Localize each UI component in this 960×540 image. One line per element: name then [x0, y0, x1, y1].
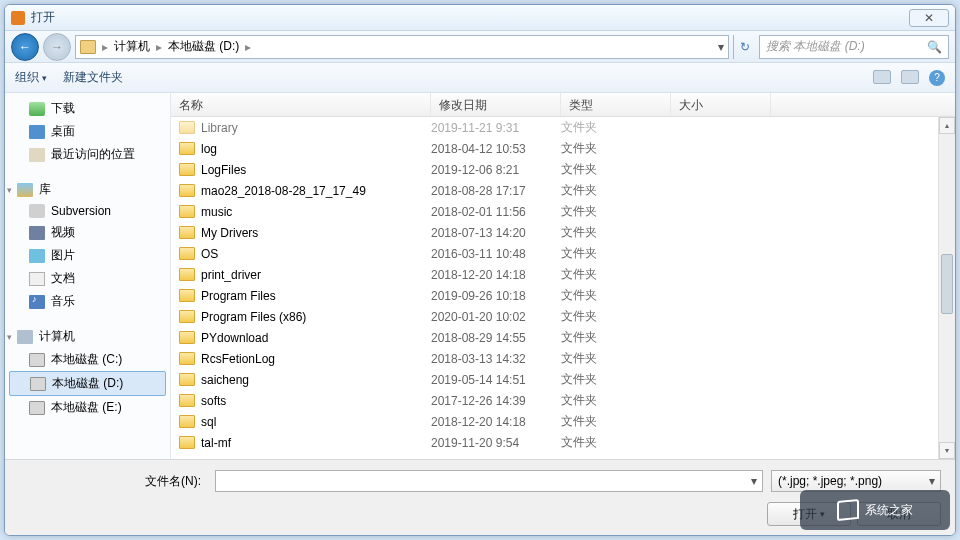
drive-icon — [30, 377, 46, 391]
breadcrumb[interactable]: ▸ 计算机 ▸ 本地磁盘 (D:) ▸ ▾ — [75, 35, 729, 59]
folder-icon — [179, 415, 195, 428]
file-row[interactable]: softs2017-12-26 14:39文件夹 — [171, 390, 955, 411]
view-options-button[interactable] — [873, 70, 891, 84]
help-icon[interactable]: ? — [929, 70, 945, 86]
command-toolbar: 组织▾ 新建文件夹 ? — [5, 63, 955, 93]
column-type[interactable]: 类型 — [561, 93, 671, 116]
file-type: 文件夹 — [561, 182, 671, 199]
file-date: 2016-03-11 10:48 — [431, 247, 561, 261]
file-row[interactable]: tal-mf2019-11-20 9:54文件夹 — [171, 432, 955, 453]
file-filter-select[interactable]: (*.jpg; *.jpeg; *.png) — [771, 470, 941, 492]
sidebar-item-music[interactable]: 音乐 — [5, 290, 170, 313]
file-row[interactable]: LogFiles2019-12-06 8:21文件夹 — [171, 159, 955, 180]
sidebar-item-desktop[interactable]: 桌面 — [5, 120, 170, 143]
file-name: LogFiles — [201, 163, 246, 177]
library-icon — [17, 183, 33, 197]
chevron-right-icon[interactable]: ▸ — [152, 40, 166, 54]
search-input[interactable]: 搜索 本地磁盘 (D:) 🔍 — [759, 35, 949, 59]
collapse-icon[interactable]: ▾ — [7, 185, 16, 195]
sidebar-item-drive[interactable]: 本地磁盘 (E:) — [5, 396, 170, 419]
file-rows: Library2019-11-21 9:31文件夹log2018-04-12 1… — [171, 117, 955, 459]
file-row[interactable]: PYdownload2018-08-29 14:55文件夹 — [171, 327, 955, 348]
scroll-down-button[interactable]: ▾ — [939, 442, 955, 459]
filename-label: 文件名(N): — [19, 473, 207, 490]
sidebar-group-computer[interactable]: ▾ 计算机 — [5, 325, 170, 348]
file-row[interactable]: print_driver2018-12-20 14:18文件夹 — [171, 264, 955, 285]
search-icon[interactable]: 🔍 — [927, 40, 942, 54]
sidebar-item-label: 图片 — [51, 247, 75, 264]
file-name: tal-mf — [201, 436, 231, 450]
scroll-up-button[interactable]: ▴ — [939, 117, 955, 134]
sidebar-item-doc[interactable]: 文档 — [5, 267, 170, 290]
sidebar-item-drive[interactable]: 本地磁盘 (C:) — [5, 348, 170, 371]
folder-icon — [179, 226, 195, 239]
chevron-down-icon: ▾ — [42, 73, 47, 83]
file-row[interactable]: Program Files2019-09-26 10:18文件夹 — [171, 285, 955, 306]
file-name: print_driver — [201, 268, 261, 282]
column-date[interactable]: 修改日期 — [431, 93, 561, 116]
file-row[interactable]: music2018-02-01 11:56文件夹 — [171, 201, 955, 222]
dropdown-chevron-icon[interactable]: ▾ — [718, 40, 724, 54]
folder-icon — [179, 331, 195, 344]
drive-icon — [29, 353, 45, 367]
sidebar-item-label: 本地磁盘 (E:) — [51, 399, 122, 416]
new-folder-button[interactable]: 新建文件夹 — [63, 69, 123, 86]
sidebar-item-label: 下载 — [51, 100, 75, 117]
file-type: 文件夹 — [561, 392, 671, 409]
file-name: OS — [201, 247, 218, 261]
sidebar-item-pic[interactable]: 图片 — [5, 244, 170, 267]
sidebar-item-svn[interactable]: Subversion — [5, 201, 170, 221]
column-name[interactable]: 名称 — [171, 93, 431, 116]
sidebar-item-label: 文档 — [51, 270, 75, 287]
file-type: 文件夹 — [561, 224, 671, 241]
file-row[interactable]: Program Files (x86)2020-01-20 10:02文件夹 — [171, 306, 955, 327]
svn-icon — [29, 204, 45, 218]
scroll-thumb[interactable] — [941, 254, 953, 314]
collapse-icon[interactable]: ▾ — [7, 332, 16, 342]
back-button[interactable]: ← — [11, 33, 39, 61]
file-row[interactable]: mao28_2018-08-28_17_17_492018-08-28 17:1… — [171, 180, 955, 201]
refresh-button[interactable]: ↻ — [733, 35, 755, 59]
vertical-scrollbar[interactable]: ▴ ▾ — [938, 117, 955, 459]
body-area: 下载桌面最近访问的位置 ▾ 库 Subversion视频图片文档音乐 ▾ 计算机… — [5, 93, 955, 459]
chevron-right-icon[interactable]: ▸ — [98, 40, 112, 54]
file-row[interactable]: sql2018-12-20 14:18文件夹 — [171, 411, 955, 432]
file-row[interactable]: Library2019-11-21 9:31文件夹 — [171, 117, 955, 138]
file-name: sql — [201, 415, 216, 429]
file-date: 2018-12-20 14:18 — [431, 268, 561, 282]
doc-icon — [29, 272, 45, 286]
file-date: 2019-12-06 8:21 — [431, 163, 561, 177]
filename-input[interactable] — [215, 470, 763, 492]
column-size[interactable]: 大小 — [671, 93, 771, 116]
sidebar-group-libraries[interactable]: ▾ 库 — [5, 178, 170, 201]
folder-icon — [179, 205, 195, 218]
chevron-right-icon[interactable]: ▸ — [241, 40, 255, 54]
crumb-drive-d[interactable]: 本地磁盘 (D:) — [168, 38, 239, 55]
folder-icon — [179, 310, 195, 323]
file-type: 文件夹 — [561, 245, 671, 262]
watermark: 系统之家 — [800, 490, 950, 530]
drive-icon — [80, 40, 96, 54]
preview-pane-button[interactable] — [901, 70, 919, 84]
video-icon — [29, 226, 45, 240]
file-row[interactable]: RcsFetionLog2018-03-13 14:32文件夹 — [171, 348, 955, 369]
file-row[interactable]: log2018-04-12 10:53文件夹 — [171, 138, 955, 159]
file-name: saicheng — [201, 373, 249, 387]
sidebar-item-drive[interactable]: 本地磁盘 (D:) — [9, 371, 166, 396]
file-row[interactable]: OS2016-03-11 10:48文件夹 — [171, 243, 955, 264]
crumb-computer[interactable]: 计算机 — [114, 38, 150, 55]
file-name: log — [201, 142, 217, 156]
folder-icon — [179, 121, 195, 134]
file-date: 2019-09-26 10:18 — [431, 289, 561, 303]
organize-menu[interactable]: 组织▾ — [15, 69, 47, 86]
file-row[interactable]: My Drivers2018-07-13 14:20文件夹 — [171, 222, 955, 243]
sidebar-item-video[interactable]: 视频 — [5, 221, 170, 244]
folder-icon — [179, 268, 195, 281]
file-date: 2018-07-13 14:20 — [431, 226, 561, 240]
sidebar-item-recent[interactable]: 最近访问的位置 — [5, 143, 170, 166]
sidebar-item-dl[interactable]: 下载 — [5, 97, 170, 120]
computer-icon — [17, 330, 33, 344]
close-button[interactable]: ✕ — [909, 9, 949, 27]
file-row[interactable]: saicheng2019-05-14 14:51文件夹 — [171, 369, 955, 390]
file-name: music — [201, 205, 232, 219]
